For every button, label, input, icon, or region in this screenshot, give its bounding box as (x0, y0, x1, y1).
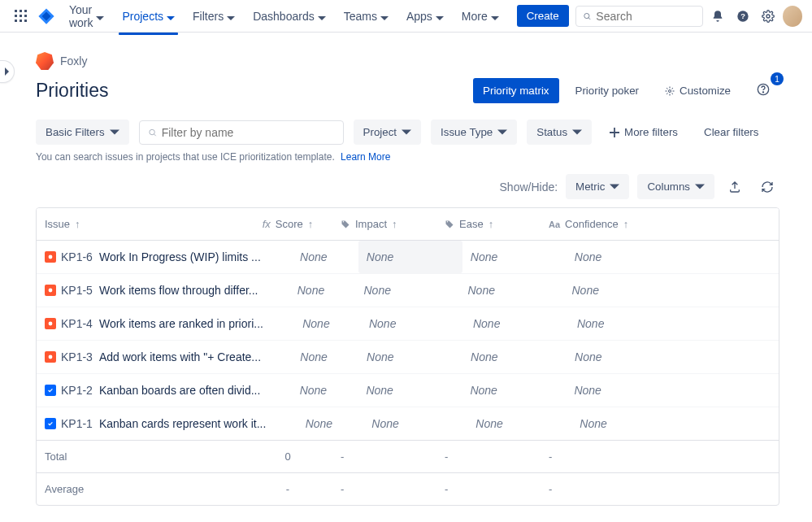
jira-logo-icon[interactable] (35, 4, 57, 28)
chevron-down-icon (167, 12, 175, 20)
issue-summary[interactable]: Kanban cards represent work it... (99, 417, 266, 430)
confidence-cell[interactable]: None (566, 374, 779, 407)
issue-type-filter-dropdown[interactable]: Issue Type (431, 120, 517, 145)
chevron-down-icon (695, 182, 705, 192)
issue-key[interactable]: KP1-2 (61, 384, 93, 397)
issue-key[interactable]: KP1-5 (61, 284, 93, 297)
help-icon[interactable]: ? (732, 4, 753, 28)
impact-cell[interactable]: None (363, 407, 467, 440)
issue-key[interactable]: KP1-3 (61, 350, 93, 363)
table-row[interactable]: KP1-6Work In Progress (WIP) limits ...No… (37, 241, 779, 274)
issue-cell[interactable]: KP1-4Work items are ranked in priori... (37, 307, 271, 340)
nav-item-more[interactable]: More (454, 5, 507, 28)
search-input[interactable] (596, 10, 696, 23)
filter-name-input[interactable] (162, 126, 335, 139)
confidence-cell[interactable]: None (569, 307, 779, 340)
ease-cell[interactable]: None (459, 274, 563, 307)
nav-item-teams[interactable]: Teams (336, 5, 397, 28)
summary-dash: - (436, 473, 541, 505)
issue-summary[interactable]: Work In Progress (WIP) limits ... (99, 250, 261, 263)
priority-poker-button[interactable]: Priority poker (566, 78, 649, 103)
issue-summary[interactable]: Kanban boards are often divid... (99, 384, 260, 397)
priority-matrix-button[interactable]: Priority matrix (473, 78, 558, 103)
refresh-icon[interactable] (755, 175, 779, 199)
confidence-cell[interactable]: None (567, 241, 779, 273)
column-header-ease[interactable]: Ease ↑ (436, 208, 541, 240)
impact-cell[interactable]: None (358, 374, 462, 407)
confidence-cell[interactable]: None (571, 407, 779, 440)
column-header-confidence[interactable]: Aa Confidence ↑ (541, 208, 779, 240)
score-cell[interactable]: None (271, 307, 361, 340)
table-row[interactable]: KP1-4Work items are ranked in priori...N… (37, 307, 779, 341)
global-search[interactable] (575, 6, 703, 27)
score-cell[interactable]: None (268, 374, 358, 407)
nav-item-filters[interactable]: Filters (185, 5, 243, 28)
chevron-down-icon (497, 128, 507, 137)
columns-dropdown[interactable]: Columns (637, 174, 714, 199)
summary-dash: - (541, 441, 779, 472)
user-avatar[interactable] (783, 6, 802, 27)
impact-cell[interactable]: None (361, 307, 465, 340)
customize-button[interactable]: Customize (655, 78, 740, 103)
export-icon[interactable] (723, 175, 747, 199)
issue-summary[interactable]: Work items are ranked in priori... (99, 317, 263, 330)
issue-summary[interactable]: Work items flow through differ... (99, 284, 258, 297)
issue-cell[interactable]: KP1-3Add work items with "+ Create... (37, 341, 269, 373)
ease-cell[interactable]: None (462, 241, 567, 273)
table-row[interactable]: KP1-1Kanban cards represent work it...No… (37, 407, 779, 440)
svg-rect-2 (24, 10, 27, 12)
filter-bar: Basic Filters Project Issue Type Status … (36, 120, 779, 145)
basic-filters-dropdown[interactable]: Basic Filters (36, 120, 129, 145)
impact-cell[interactable]: None (358, 341, 462, 373)
impact-cell[interactable]: None (355, 274, 459, 307)
issue-key[interactable]: KP1-6 (61, 250, 93, 263)
ease-cell[interactable]: None (467, 407, 571, 440)
filter-by-name[interactable] (139, 120, 344, 145)
nav-item-dashboards[interactable]: Dashboards (245, 5, 334, 28)
create-button[interactable]: Create (517, 5, 569, 27)
issue-cell[interactable]: KP1-5Work items flow through differ... (37, 274, 266, 307)
issue-cell[interactable]: KP1-2Kanban boards are often divid... (37, 374, 268, 407)
issue-key[interactable]: KP1-4 (61, 317, 93, 330)
column-header-issue[interactable]: Issue ↑ (37, 208, 243, 240)
table-row[interactable]: KP1-3Add work items with "+ Create...Non… (37, 341, 779, 374)
score-cell[interactable]: None (266, 274, 355, 307)
confidence-cell[interactable]: None (563, 274, 779, 307)
notifications-icon[interactable] (706, 4, 728, 28)
column-header-score[interactable]: fx Score ↑ (243, 208, 332, 240)
settings-icon[interactable] (758, 4, 779, 28)
clear-filters-button[interactable]: Clear filters (696, 120, 766, 145)
confidence-cell[interactable]: None (567, 341, 779, 373)
impact-cell[interactable]: None (358, 241, 462, 273)
apps-switcher-icon[interactable] (10, 4, 32, 28)
learn-more-link[interactable]: Learn More (341, 151, 390, 163)
svg-rect-4 (20, 15, 22, 17)
project-filter-dropdown[interactable]: Project (354, 120, 421, 145)
ease-cell[interactable]: None (462, 341, 567, 373)
issue-summary[interactable]: Add work items with "+ Create... (99, 350, 261, 363)
issue-key[interactable]: KP1-1 (61, 417, 93, 430)
nav-item-apps[interactable]: Apps (398, 5, 452, 28)
ease-cell[interactable]: None (465, 307, 569, 340)
nav-item-projects[interactable]: Projects (114, 5, 183, 28)
metric-dropdown[interactable]: Metric (566, 174, 629, 199)
help-button[interactable]: 1 (747, 76, 779, 105)
score-cell[interactable]: None (269, 341, 358, 373)
column-header-impact[interactable]: Impact ↑ (332, 208, 436, 240)
issue-cell[interactable]: KP1-1Kanban cards represent work it... (37, 407, 274, 440)
template-hint: You can search issues in projects that u… (36, 151, 779, 163)
svg-rect-0 (15, 10, 17, 12)
nav-item-your-work[interactable]: Your work (61, 0, 113, 34)
table-row[interactable]: KP1-2Kanban boards are often divid...Non… (37, 374, 779, 407)
status-filter-dropdown[interactable]: Status (527, 120, 592, 145)
score-cell[interactable]: None (269, 241, 358, 273)
score-cell[interactable]: None (274, 407, 363, 440)
project-name[interactable]: Foxly (60, 54, 87, 67)
ease-cell[interactable]: None (462, 374, 566, 407)
more-filters-button[interactable]: More filters (601, 120, 686, 145)
svg-line-18 (154, 133, 155, 135)
chevron-down-icon (96, 12, 104, 20)
issue-cell[interactable]: KP1-6Work In Progress (WIP) limits ... (37, 241, 269, 273)
svg-rect-3 (15, 15, 17, 17)
table-row[interactable]: KP1-5Work items flow through differ...No… (37, 274, 779, 307)
